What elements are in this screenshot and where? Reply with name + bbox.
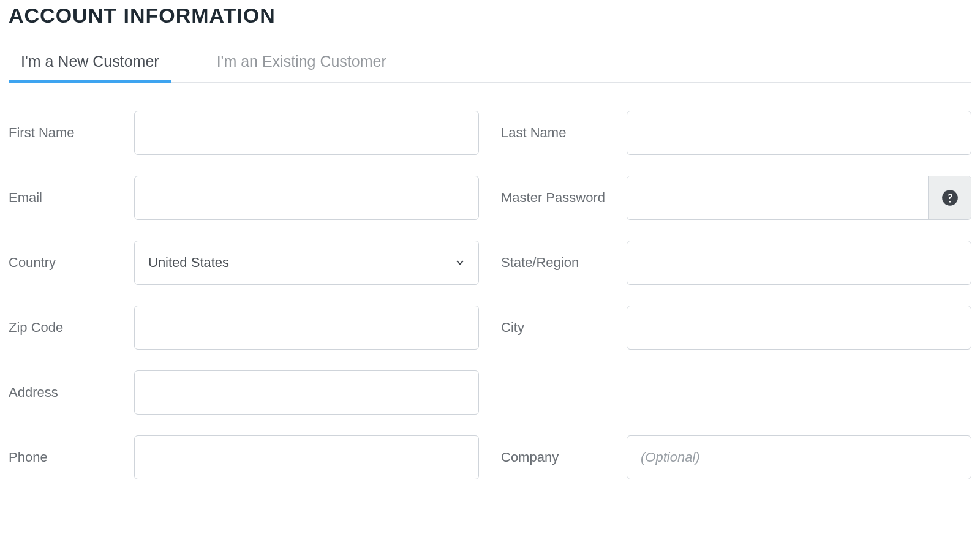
state-region-input[interactable] (627, 241, 971, 285)
address-label: Address (9, 385, 134, 400)
last-name-label: Last Name (501, 125, 627, 141)
field-first-name: First Name (9, 111, 479, 155)
field-master-password: Master Password (501, 176, 971, 220)
page-title: ACCOUNT INFORMATION (9, 4, 971, 28)
field-zip-code: Zip Code (9, 306, 479, 350)
zip-code-label: Zip Code (9, 320, 134, 336)
field-address: Address (9, 370, 479, 415)
first-name-label: First Name (9, 125, 134, 141)
tabs: I'm a New Customer I'm an Existing Custo… (9, 46, 971, 83)
account-form: First Name Last Name Email Master Passwo… (9, 111, 971, 479)
tab-new-customer[interactable]: I'm a New Customer (9, 47, 172, 83)
master-password-wrapper (627, 176, 971, 220)
phone-label: Phone (9, 449, 134, 465)
field-city: City (501, 306, 971, 350)
master-password-label: Master Password (501, 190, 627, 206)
field-company: Company (501, 435, 971, 479)
phone-input[interactable] (134, 435, 479, 479)
country-select-wrapper: United States (134, 241, 479, 285)
field-last-name: Last Name (501, 111, 971, 155)
email-input[interactable] (134, 176, 479, 220)
field-state-region: State/Region (501, 241, 971, 285)
email-label: Email (9, 190, 134, 206)
master-password-input[interactable] (627, 176, 928, 219)
country-select[interactable]: United States (134, 241, 479, 285)
city-input[interactable] (627, 306, 971, 350)
country-label: Country (9, 255, 134, 271)
city-label: City (501, 320, 627, 336)
zip-code-input[interactable] (134, 306, 479, 350)
last-name-input[interactable] (627, 111, 971, 155)
state-region-label: State/Region (501, 255, 627, 271)
field-phone: Phone (9, 435, 479, 479)
tab-existing-customer[interactable]: I'm an Existing Customer (205, 47, 399, 83)
password-help-button[interactable] (928, 176, 971, 219)
first-name-input[interactable] (134, 111, 479, 155)
field-email: Email (9, 176, 479, 220)
field-country: Country United States (9, 241, 479, 285)
question-circle-icon (941, 189, 959, 206)
address-input[interactable] (134, 370, 479, 415)
company-label: Company (501, 449, 627, 465)
company-input[interactable] (627, 435, 971, 479)
